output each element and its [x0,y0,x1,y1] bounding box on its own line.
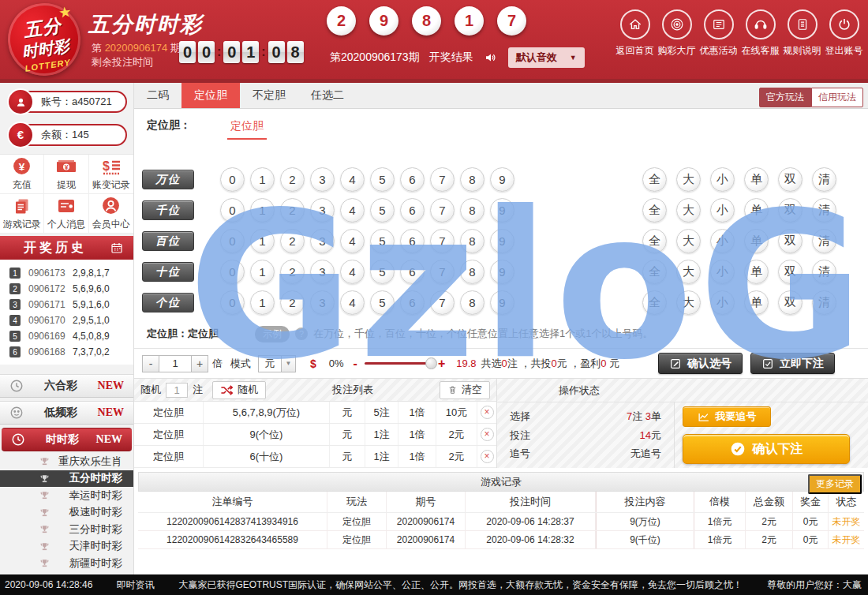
mode-select[interactable]: 元 ▼ [258,355,296,372]
slider-decrease-button[interactable]: - [354,357,357,371]
quick-select-ball[interactable]: 清 [812,167,836,192]
footer-news-link[interactable]: 即时资讯 [116,578,154,592]
digit-ball[interactable]: 6 [400,260,425,284]
quick-action[interactable]: 个人消息 [44,194,88,234]
category-item[interactable]: 六合彩 NEW [0,374,133,398]
quick-select-ball[interactable]: 全 [642,167,667,192]
quick-select-ball[interactable]: 单 [744,290,769,315]
chase-number-button[interactable]: 我要追号 [683,406,771,427]
digit-ball[interactable]: 3 [310,260,335,284]
quick-select-ball[interactable]: 小 [710,229,735,253]
position-button[interactable]: 万位 [142,170,194,189]
multiplier-decrease-button[interactable]: - [142,355,159,372]
position-button[interactable]: 个位 [142,293,194,312]
quick-select-ball[interactable]: 小 [710,260,735,284]
playmode-button[interactable]: 信用玩法 [811,88,863,107]
quick-select-ball[interactable]: 双 [778,198,803,223]
quick-select-ball[interactable]: 单 [744,198,769,223]
speaker-icon[interactable] [483,51,499,65]
digit-ball[interactable]: 6 [400,198,425,223]
quick-select-ball[interactable]: 全 [642,198,667,223]
nav-item[interactable]: 优惠活动 [698,9,739,58]
quick-select-ball[interactable]: 小 [710,290,735,315]
digit-ball[interactable]: 1 [250,229,275,253]
digit-ball[interactable]: 0 [220,260,245,284]
digit-ball[interactable]: 3 [310,229,335,253]
tab-item[interactable]: 二码 [134,83,181,108]
position-button[interactable]: 十位 [142,262,194,282]
slider-increase-button[interactable]: + [438,357,445,371]
confirm-bet-button[interactable]: 确认下注 [683,434,850,464]
digit-ball[interactable]: 0 [220,290,245,315]
quick-select-ball[interactable]: 大 [676,260,701,284]
digit-ball[interactable]: 7 [430,167,455,192]
confirm-select-button[interactable]: 确认选号 [658,353,743,374]
quick-select-ball[interactable]: 单 [744,260,769,284]
digit-ball[interactable]: 7 [430,290,455,315]
tab-item[interactable]: 定位胆 [181,83,240,108]
digit-ball[interactable]: 9 [490,229,514,253]
nav-item[interactable]: 在线客服 [739,9,781,58]
quick-action[interactable]: 会员中心 [89,194,133,234]
digit-ball[interactable]: 4 [340,167,365,192]
digit-ball[interactable]: 5 [370,167,395,192]
digit-ball[interactable]: 1 [250,290,275,315]
quick-action[interactable]: ¥ 充值 [0,155,44,194]
digit-ball[interactable]: 8 [460,198,485,223]
digit-ball[interactable]: 8 [460,290,485,315]
category-item[interactable]: 时时彩 NEW [2,428,132,451]
digit-ball[interactable]: 2 [280,198,305,223]
remove-bet-button[interactable]: × [481,406,494,419]
quick-select-ball[interactable]: 双 [778,290,803,315]
category-item[interactable]: 低频彩 NEW [0,401,133,425]
rebate-slider[interactable] [365,362,431,365]
digit-ball[interactable]: 5 [370,260,395,284]
playmode-button[interactable]: 官方玩法 [759,88,811,107]
question-icon[interactable]: ? [295,327,308,340]
digit-ball[interactable]: 9 [490,167,514,192]
quick-action[interactable]: 游戏记录 [0,194,44,234]
digit-ball[interactable]: 0 [220,167,245,192]
quick-select-ball[interactable]: 单 [744,229,769,253]
digit-ball[interactable]: 7 [430,260,455,284]
quick-select-ball[interactable]: 大 [676,290,701,315]
quick-select-ball[interactable]: 双 [778,167,803,192]
digit-ball[interactable]: 2 [280,290,305,315]
digit-ball[interactable]: 9 [490,198,514,223]
digit-ball[interactable]: 1 [250,260,275,284]
quick-action[interactable]: ¥ 提现 [44,155,88,194]
sound-select[interactable]: 默认音效 ▼ [508,47,585,68]
digit-ball[interactable]: 2 [280,229,305,253]
quick-select-ball[interactable]: 清 [812,290,836,315]
digit-ball[interactable]: 1 [250,167,275,192]
more-records-button[interactable]: 更多记录 [808,474,862,494]
clear-button[interactable]: 清空 [440,381,490,399]
nav-item[interactable]: 规则说明 [781,9,823,58]
game-item[interactable]: 重庆欢乐生肖 [0,453,133,470]
game-item[interactable]: 天津时时彩 [0,538,133,556]
tab-item[interactable]: 不定胆 [240,83,298,108]
game-item[interactable]: 极速时时彩 [0,504,133,522]
multiplier-increase-button[interactable]: + [191,355,208,372]
nav-item[interactable]: 登出账号 [823,9,865,58]
quick-select-ball[interactable]: 小 [710,167,735,192]
digit-ball[interactable]: 2 [280,260,305,284]
digit-ball[interactable]: 6 [400,290,425,315]
digit-ball[interactable]: 8 [460,229,485,253]
quick-action[interactable]: $ 账变记录 [89,155,133,194]
quick-select-ball[interactable]: 全 [642,290,667,315]
digit-ball[interactable]: 0 [220,229,245,253]
subplay-item-active[interactable]: 定位胆 [227,111,267,140]
quick-select-ball[interactable]: 小 [710,198,735,223]
quick-select-ball[interactable]: 全 [642,229,667,253]
digit-ball[interactable]: 0 [220,198,245,223]
site-logo[interactable]: ★ 五分 时时彩 LOTTERY [3,0,85,80]
quick-select-ball[interactable]: 全 [642,260,667,284]
position-button[interactable]: 百位 [142,231,194,251]
quick-select-ball[interactable]: 双 [778,260,803,284]
digit-ball[interactable]: 9 [490,290,514,315]
digit-ball[interactable]: 7 [430,229,455,253]
game-item[interactable]: 三分时时彩 [0,521,133,538]
game-item[interactable]: 新疆时时彩 [0,555,133,572]
quick-select-ball[interactable]: 单 [744,167,769,192]
